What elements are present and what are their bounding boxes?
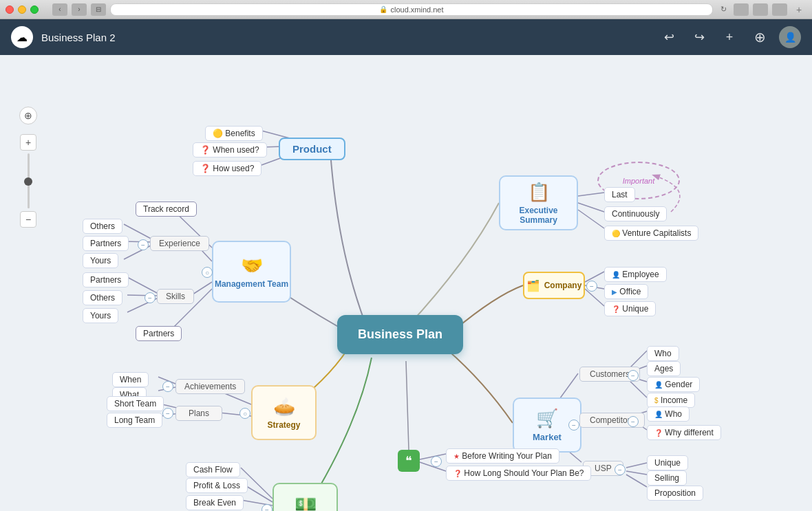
financial-collapse[interactable]: − — [261, 504, 273, 511]
management-collapse[interactable]: ○ — [202, 267, 213, 278]
employee-leaf[interactable]: 👤 Employee — [604, 267, 667, 282]
management-team-node[interactable]: 🤝 Management Team — [212, 241, 291, 303]
skills-collapse[interactable]: − — [145, 292, 156, 303]
long-team-leaf[interactable]: Long Team — [107, 413, 162, 428]
compass-button[interactable]: ⊕ — [19, 107, 37, 124]
svg-line-2 — [578, 210, 604, 228]
company-collapse[interactable]: − — [586, 281, 597, 292]
share-button — [753, 3, 768, 16]
market-collapse[interactable]: − — [568, 420, 579, 431]
user-avatar[interactable]: 👤 — [779, 26, 801, 48]
canvas: Business Plan Product 🟡 Benefits ❓ When … — [0, 55, 812, 511]
svg-line-1 — [578, 203, 604, 212]
partners-mgmt-leaf[interactable]: Partners — [136, 326, 182, 341]
svg-line-26 — [127, 277, 158, 294]
app-title: Business Plan 2 — [41, 32, 650, 43]
url-text: cloud.xmind.net — [390, 6, 443, 14]
partners-skills-leaf[interactable]: Partners — [83, 272, 129, 287]
break-even-leaf[interactable]: Break Even — [186, 495, 244, 510]
svg-line-3 — [585, 272, 604, 282]
zoom-in-button[interactable]: + — [20, 134, 36, 151]
cash-flow-leaf[interactable]: Cash Flow — [186, 462, 240, 477]
partners-exp-leaf[interactable]: Partners — [83, 236, 129, 251]
strategy-collapse[interactable]: ○ — [239, 408, 250, 419]
app-toolbar: ☁ Business Plan 2 ↩ ↪ + ⊕ 👤 — [0, 19, 812, 55]
when-leaf[interactable]: When — [112, 372, 149, 387]
svg-line-17 — [626, 475, 647, 487]
unique-company-leaf[interactable]: ❓ Unique — [604, 301, 656, 316]
executive-summary-node[interactable]: 📋 Executive Summary — [499, 175, 578, 230]
why-different-leaf[interactable]: ❓ Why different — [647, 425, 721, 440]
minimize-button[interactable] — [18, 6, 26, 14]
fullscreen-button — [772, 3, 787, 16]
income-leaf[interactable]: $ Income — [647, 393, 695, 408]
yours-skills-leaf[interactable]: Yours — [83, 308, 118, 323]
gender-leaf[interactable]: 👤 Gender — [647, 377, 700, 392]
close-button[interactable] — [6, 6, 14, 14]
others-skills-leaf[interactable]: Others — [83, 290, 122, 305]
how-long-leaf[interactable]: ❓ How Long Should Your Plan Be? — [446, 466, 591, 481]
exec-icon: 📋 — [528, 182, 550, 203]
address-bar[interactable]: 🔒 cloud.xmind.net — [110, 3, 713, 16]
achievements-label[interactable]: Achievements — [175, 379, 245, 394]
others-exp-leaf[interactable]: Others — [83, 219, 122, 234]
customers-collapse[interactable]: − — [628, 370, 639, 381]
yours-exp-leaf[interactable]: Yours — [83, 253, 118, 268]
skills-label[interactable]: Skills — [157, 289, 194, 304]
zoom-slider[interactable] — [28, 153, 30, 208]
ages-leaf[interactable]: Ages — [647, 361, 681, 376]
usp-collapse[interactable]: − — [615, 464, 626, 475]
center-node[interactable]: Business Plan — [337, 315, 463, 354]
proposition-leaf[interactable]: Proposition — [647, 486, 703, 501]
extension-button — [734, 3, 749, 16]
quote-node[interactable]: ❝ — [398, 450, 420, 472]
redo-button[interactable]: ↪ — [688, 26, 710, 48]
maximize-button[interactable] — [30, 6, 39, 14]
financial-node[interactable]: 💵 Financial — [273, 483, 338, 511]
who-competitors-leaf[interactable]: 👤 Who — [647, 406, 690, 422]
unique-usp-leaf[interactable]: Unique — [647, 455, 688, 470]
app-logo: ☁ — [11, 26, 33, 48]
bottom-collapse[interactable]: − — [431, 456, 442, 467]
tab-view-button[interactable]: ⊟ — [91, 3, 106, 16]
back-button[interactable]: ‹ — [52, 3, 67, 16]
strategy-node[interactable]: 🥧 Strategy — [251, 385, 317, 440]
reload-button[interactable]: ↻ — [717, 3, 729, 16]
who-customers-leaf[interactable]: Who — [647, 346, 679, 361]
zoom-slider-thumb[interactable] — [24, 177, 32, 186]
add-tab-button[interactable]: + — [791, 3, 806, 16]
venture-capitalists-leaf[interactable]: 🟡 Venture Capitalists — [604, 226, 698, 241]
experience-collapse[interactable]: − — [138, 239, 149, 250]
svg-line-16 — [626, 471, 647, 475]
zoom-out-button[interactable]: − — [20, 211, 36, 228]
track-record-leaf[interactable]: Track record — [136, 202, 197, 217]
last-leaf[interactable]: Last — [604, 187, 635, 202]
browser-chrome: ‹ › ⊟ 🔒 cloud.xmind.net ↻ + — [0, 0, 812, 19]
continuously-leaf[interactable]: Continuously — [604, 206, 667, 221]
how-used-leaf[interactable]: ❓ How used? — [193, 161, 261, 176]
zoom-controls: ⊕ + − — [19, 107, 37, 228]
forward-button[interactable]: › — [72, 3, 87, 16]
profit-loss-leaf[interactable]: Profit & Loss — [186, 478, 248, 493]
svg-line-25 — [193, 282, 212, 294]
undo-button[interactable]: ↩ — [658, 26, 680, 48]
company-node[interactable]: 🗂️ Company — [523, 272, 585, 299]
svg-line-5 — [585, 289, 604, 306]
benefits-leaf[interactable]: 🟡 Benefits — [205, 126, 263, 141]
layers-button[interactable]: ⊕ — [749, 26, 771, 48]
selling-leaf[interactable]: Selling — [647, 470, 687, 486]
before-writing-leaf[interactable]: ★ Before Writing Your Plan — [446, 448, 559, 464]
experience-label[interactable]: Experience — [150, 236, 209, 251]
product-node[interactable]: Product — [279, 138, 345, 160]
plans-label[interactable]: Plans — [175, 406, 222, 421]
add-button[interactable]: + — [718, 26, 740, 48]
achievements-collapse[interactable]: − — [162, 381, 173, 392]
svg-line-15 — [626, 463, 647, 468]
competitors-collapse[interactable]: − — [628, 416, 639, 427]
plans-collapse[interactable]: − — [162, 408, 173, 419]
when-used-leaf[interactable]: ❓ When used? — [193, 142, 267, 157]
svg-line-0 — [578, 193, 604, 196]
office-leaf[interactable]: ▶ Office — [604, 284, 648, 299]
short-team-leaf[interactable]: Short Team — [107, 396, 164, 411]
